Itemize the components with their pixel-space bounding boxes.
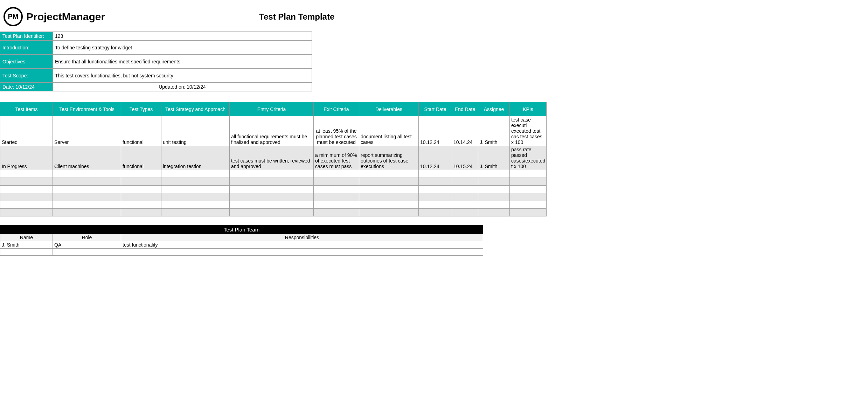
cell[interactable] <box>121 209 161 216</box>
cell[interactable] <box>314 178 359 186</box>
cell[interactable] <box>53 170 121 178</box>
cell[interactable]: test case executi executed test cas test… <box>510 116 547 146</box>
cell[interactable]: 10.14.24 <box>452 116 478 146</box>
cell[interactable]: pass rate: passed cases/executed t x 100 <box>510 146 547 170</box>
cell[interactable] <box>314 170 359 178</box>
cell[interactable]: unit testing <box>161 116 230 146</box>
table-row <box>0 178 547 186</box>
cell[interactable] <box>161 178 230 186</box>
cell[interactable] <box>314 193 359 201</box>
cell[interactable] <box>478 201 510 209</box>
meta-objectives-value[interactable]: Ensure that all functionalities meet spe… <box>53 55 312 69</box>
cell[interactable] <box>359 209 419 216</box>
cell[interactable] <box>314 209 359 216</box>
cell[interactable] <box>230 178 314 186</box>
cell[interactable] <box>121 186 161 193</box>
cell[interactable]: Started <box>0 116 53 146</box>
cell[interactable] <box>510 170 547 178</box>
cell[interactable] <box>0 201 53 209</box>
cell[interactable] <box>161 209 230 216</box>
team-cell-name[interactable]: J. Smith <box>0 241 53 249</box>
cell[interactable]: functional <box>121 116 161 146</box>
cell[interactable]: 10.12.24 <box>419 146 452 170</box>
cell[interactable] <box>510 193 547 201</box>
cell[interactable]: a mimimum of 90% of executed test cases … <box>314 146 359 170</box>
meta-identifier-value[interactable]: 123 <box>53 32 312 41</box>
cell[interactable] <box>478 170 510 178</box>
cell[interactable] <box>359 193 419 201</box>
cell[interactable]: Server <box>53 116 121 146</box>
team-cell-role[interactable]: QA <box>53 241 121 249</box>
cell[interactable]: all functional requirements must be fina… <box>230 116 314 146</box>
cell[interactable]: J. Smith <box>478 116 510 146</box>
meta-introduction-value[interactable]: To define testing strategy for widget <box>53 41 312 55</box>
cell[interactable] <box>230 201 314 209</box>
cell[interactable] <box>121 178 161 186</box>
cell[interactable]: 10.12.24 <box>419 116 452 146</box>
cell[interactable] <box>0 186 53 193</box>
cell[interactable] <box>419 170 452 178</box>
cell[interactable]: report summarizing outcomes of test case… <box>359 146 419 170</box>
team-cell-role[interactable] <box>53 249 121 256</box>
cell[interactable] <box>121 170 161 178</box>
cell[interactable] <box>452 193 478 201</box>
cell[interactable]: J. Smith <box>478 146 510 170</box>
cell[interactable] <box>510 201 547 209</box>
cell[interactable]: functional <box>121 146 161 170</box>
cell[interactable] <box>419 186 452 193</box>
cell[interactable] <box>230 209 314 216</box>
cell[interactable] <box>53 178 121 186</box>
cell[interactable]: Client machines <box>53 146 121 170</box>
cell[interactable] <box>0 170 53 178</box>
cell[interactable] <box>314 201 359 209</box>
cell[interactable] <box>452 170 478 178</box>
cell[interactable] <box>230 193 314 201</box>
cell[interactable] <box>478 209 510 216</box>
cell[interactable]: In Progress <box>0 146 53 170</box>
cell[interactable] <box>161 186 230 193</box>
cell[interactable] <box>53 193 121 201</box>
cell[interactable] <box>419 178 452 186</box>
team-cell-name[interactable] <box>0 249 53 256</box>
cell[interactable] <box>510 209 547 216</box>
cell[interactable] <box>0 209 53 216</box>
cell[interactable] <box>230 170 314 178</box>
cell[interactable] <box>0 178 53 186</box>
cell[interactable] <box>161 201 230 209</box>
cell[interactable] <box>359 201 419 209</box>
cell[interactable] <box>53 201 121 209</box>
page-title: Test Plan Template <box>259 12 334 22</box>
cell[interactable] <box>314 186 359 193</box>
cell[interactable] <box>230 186 314 193</box>
cell[interactable] <box>359 170 419 178</box>
team-cell-resp[interactable] <box>121 249 483 256</box>
meta-scope-value[interactable]: This test covers functionalities, but no… <box>53 69 312 83</box>
cell[interactable]: test cases must be written, reviewed and… <box>230 146 314 170</box>
cell[interactable]: integration testion <box>161 146 230 170</box>
cell[interactable] <box>478 178 510 186</box>
cell[interactable] <box>53 209 121 216</box>
cell[interactable] <box>121 201 161 209</box>
cell[interactable] <box>121 193 161 201</box>
cell[interactable] <box>0 193 53 201</box>
cell[interactable] <box>419 209 452 216</box>
cell[interactable] <box>452 201 478 209</box>
cell[interactable]: at least 95% of the planned test cases m… <box>314 116 359 146</box>
team-cell-resp[interactable]: test functionality <box>121 241 483 249</box>
cell[interactable] <box>161 193 230 201</box>
cell[interactable] <box>478 186 510 193</box>
cell[interactable] <box>359 186 419 193</box>
cell[interactable] <box>359 178 419 186</box>
cell[interactable]: document listing all test cases <box>359 116 419 146</box>
cell[interactable] <box>53 186 121 193</box>
cell[interactable] <box>452 178 478 186</box>
cell[interactable] <box>161 170 230 178</box>
cell[interactable] <box>452 209 478 216</box>
cell[interactable] <box>452 186 478 193</box>
cell[interactable] <box>510 178 547 186</box>
cell[interactable] <box>510 186 547 193</box>
cell[interactable] <box>419 193 452 201</box>
cell[interactable] <box>419 201 452 209</box>
cell[interactable]: 10.15.24 <box>452 146 478 170</box>
cell[interactable] <box>478 193 510 201</box>
